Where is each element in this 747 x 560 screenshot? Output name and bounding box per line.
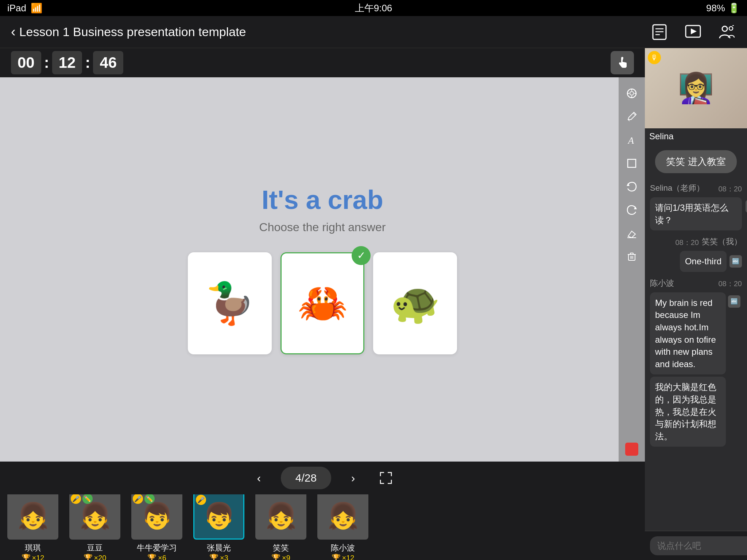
chat-bubble-2: One-third (680, 251, 727, 272)
trash-button[interactable] (622, 246, 642, 267)
svg-text:A: A (627, 135, 634, 145)
student-item-3[interactable]: 👦 🎤 张晨光 🏆 ×3 (190, 494, 248, 560)
chat-message-3: 陈小波 08：20 My brain is red because Im alw… (650, 278, 742, 447)
status-right: 98% 🔋 (706, 3, 740, 14)
hand-raise-button[interactable] (611, 51, 634, 74)
trophy-icon-3: 🏆 (209, 553, 218, 560)
shape-tool-button[interactable] (622, 153, 642, 174)
student-score-3: 🏆 ×3 (209, 553, 228, 560)
users-button[interactable] (717, 23, 736, 42)
turtle-emoji: 🐢 (390, 280, 440, 327)
student-emoji-5: 👧 (327, 501, 359, 531)
answer-card-crab[interactable]: ✓ 🦀 (280, 252, 364, 354)
timer-seconds: 46 (93, 51, 123, 74)
eraser-icon (627, 228, 637, 238)
svg-rect-18 (628, 159, 636, 167)
translate-button-3[interactable]: 🔤 (728, 295, 740, 308)
student-item-2[interactable]: 👦 🎤 ✏️ 牛牛爱学习 🏆 ×6 (128, 494, 186, 560)
redo-button[interactable] (622, 200, 642, 220)
student-avatar-2: 👦 🎤 ✏️ (131, 494, 182, 540)
answer-card-turtle[interactable]: 🐢 (373, 252, 457, 354)
main-layout: 00 : 12 : 46 It's a crab Choose the righ… (0, 48, 747, 560)
score-value-3: ×3 (220, 554, 228, 560)
prev-slide-button[interactable]: ‹ (248, 467, 270, 489)
shape-icon (627, 158, 637, 168)
status-bar: iPad 📶 上午9:06 98% 🔋 (0, 0, 747, 16)
chat-bubble-3-en: My brain is red because Im always hot.Im… (650, 292, 726, 375)
toolbar: A (619, 77, 645, 462)
student-emoji-1: 👧 (79, 501, 111, 531)
status-time: 上午9:06 (355, 2, 392, 15)
student-item-1[interactable]: 👧 🎤 ✏️ 豆豆 🏆 ×20 (66, 494, 124, 560)
student-name-0: 琪琪 (25, 542, 41, 553)
student-name-3: 张晨光 (207, 542, 231, 553)
trophy-icon-5: 🏆 (332, 553, 341, 560)
timer-hours: 00 (11, 51, 41, 74)
nav-icons (650, 23, 736, 42)
trophy-icon-1: 🏆 (84, 553, 93, 560)
battery-icon: 🔋 (728, 3, 740, 14)
translate-button-1[interactable]: 🔤 (746, 200, 747, 213)
slide-title: It's a crab (173, 185, 472, 215)
student-emoji-2: 👦 (141, 501, 173, 531)
device-label: iPad (7, 3, 26, 14)
text-tool-button[interactable]: A (622, 130, 642, 150)
translate-button-2[interactable]: 🔤 (729, 255, 742, 268)
notes-icon (651, 24, 668, 40)
score-value-0: ×12 (32, 554, 44, 560)
timer-minutes: 12 (52, 51, 82, 74)
enter-classroom-button[interactable]: 笑笑 进入教室 (655, 150, 736, 173)
eraser-button[interactable] (622, 223, 642, 244)
play-button[interactable] (684, 23, 703, 42)
student-name-5: 陈小波 (331, 542, 355, 553)
target-tool-button[interactable] (622, 83, 642, 104)
chat-input-area: 发送 (645, 531, 747, 560)
content-area: 00 : 12 : 46 It's a crab Choose the righ… (0, 48, 645, 560)
pencil-icon (627, 112, 637, 122)
page-indicator: 4/28 (281, 467, 331, 489)
score-value-5: ×12 (342, 554, 355, 560)
student-avatar-1: 👧 🎤 ✏️ (69, 494, 120, 540)
wifi-icon: 📶 (31, 3, 42, 14)
back-button[interactable]: ‹ (11, 24, 16, 40)
student-emoji-4: 👧 (265, 501, 297, 531)
answer-cards: 🦆 ✓ 🦀 🐢 (173, 252, 472, 354)
student-emoji-3: 👦 (203, 501, 235, 531)
student-item-4[interactable]: 👧 笑笑 🏆 ×9 (252, 494, 310, 560)
svg-point-10 (630, 92, 634, 95)
student-score-2: 🏆 ×6 (147, 553, 166, 560)
student-item-5[interactable]: 👧 陈小波 🏆 ×12 (314, 494, 372, 560)
chat-input[interactable] (650, 536, 747, 555)
slide-area: It's a crab Choose the right answer 🦆 ✓ … (0, 77, 645, 462)
student-emoji-0: 👧 (17, 501, 49, 531)
lesson-title: Lesson 1 Business presentation template (19, 25, 246, 39)
teacher-avatar-icon: 👩‍🏫 (678, 71, 714, 105)
svg-point-7 (729, 27, 733, 30)
pencil-tool-button[interactable] (622, 106, 642, 127)
play-icon (685, 24, 701, 40)
answer-card-duck[interactable]: 🦆 (188, 252, 272, 354)
trash-icon (627, 252, 637, 262)
chat-message-2: 08：20 笑笑（我） One-third 🔤 (650, 236, 742, 272)
undo-button[interactable] (622, 176, 642, 197)
student-item-0[interactable]: 👧 琪琪 🏆 ×12 (4, 494, 62, 560)
expand-button[interactable] (375, 467, 397, 489)
battery-label: 98% (706, 3, 725, 14)
correct-checkmark: ✓ (352, 246, 371, 265)
score-value-2: ×6 (158, 554, 166, 560)
notes-button[interactable] (650, 23, 669, 42)
slide-content: It's a crab Choose the right answer 🦆 ✓ … (173, 185, 472, 354)
next-slide-button[interactable]: › (342, 467, 364, 489)
slide-nav-bar: ‹ 4/28 › (0, 462, 645, 494)
trophy-icon-4: 🏆 (271, 553, 280, 560)
chat-bubble-1: 请问1/3用英语怎么读？ (650, 197, 742, 230)
chat-area: Selina（老师） 08：20 请问1/3用英语怎么读？ 🔤 08：20 笑笑… (645, 179, 747, 531)
chat-sender-1: Selina（老师） (650, 183, 704, 194)
student-avatar-3: 👦 🎤 (193, 494, 244, 540)
teacher-video: 👩‍🏫 🎙 (645, 48, 747, 128)
student-avatar-4: 👧 (255, 494, 306, 540)
teacher-name-label: Selina (645, 128, 747, 144)
svg-point-6 (722, 26, 727, 31)
undo-icon (627, 182, 637, 192)
color-picker-button[interactable] (625, 443, 638, 456)
